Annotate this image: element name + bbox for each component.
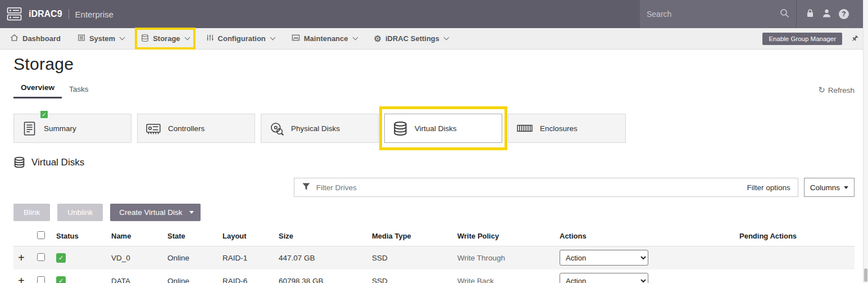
row-action-select[interactable]: Action (560, 273, 648, 283)
search-box[interactable] (640, 0, 796, 28)
column-header-actions: Actions (555, 226, 735, 246)
create-virtual-disk-button[interactable]: Create Virtual Disk (110, 204, 200, 221)
cell-pending-actions (735, 269, 855, 283)
storage-cards: Summary Controllers Physical Disks Virtu… (13, 114, 855, 143)
nav-item-dashboard[interactable]: Dashboard (10, 34, 61, 43)
tab-overview[interactable]: Overview (13, 79, 62, 98)
refresh-icon: ↻ (818, 85, 825, 95)
column-header-name: Name (107, 226, 163, 246)
scrollbar-thumb[interactable] (864, 268, 867, 282)
card-controllers[interactable]: Controllers (137, 114, 255, 143)
page-title: Storage (13, 55, 855, 74)
funnel-icon (302, 182, 311, 193)
chevron-down-icon (184, 35, 190, 41)
expand-row-icon[interactable]: + (18, 252, 25, 263)
column-header-layout: Layout (218, 226, 274, 246)
row-checkbox[interactable] (37, 253, 45, 261)
select-all-checkbox[interactable] (37, 231, 45, 239)
card-label: Controllers (168, 124, 204, 133)
cell-pending-actions (735, 246, 855, 269)
select-all-column-header (33, 226, 52, 246)
column-header-status: Status (52, 226, 107, 246)
brand-edition: Enterprise (75, 10, 113, 19)
lock-icon[interactable] (806, 8, 815, 20)
unblink-button[interactable]: Unblink (57, 204, 103, 221)
nav-label: System (89, 34, 115, 43)
nav-right: Enable Group Manager (762, 33, 859, 45)
table-header-row: Status Name State Layout Size Media Type… (13, 226, 855, 246)
table-row: + DATA Online RAID-6 60798.38 GB SSD Wri… (13, 269, 855, 283)
card-enclosures[interactable]: Enclosures (508, 114, 626, 143)
cell-layout: RAID-1 (218, 246, 274, 269)
card-summary[interactable]: Summary (13, 114, 131, 143)
cell-media-type: SSD (367, 246, 453, 269)
search-input[interactable] (647, 10, 775, 19)
nav-label: Maintenance (304, 34, 348, 43)
expander-column-header (13, 226, 33, 246)
row-action-select[interactable]: Action (560, 250, 648, 266)
virtual-disks-section-header: Virtual Disks (13, 156, 855, 168)
section-title: Virtual Disks (31, 157, 84, 168)
chevron-down-icon (120, 35, 125, 41)
main-navbar: Dashboard System Storage Configuration (0, 28, 868, 50)
filter-options-link[interactable]: Filter options (747, 183, 790, 192)
nav-item-storage[interactable]: Storage (141, 34, 189, 44)
pin-icon[interactable] (850, 34, 859, 43)
nav-item-system[interactable]: System (78, 34, 124, 43)
maintenance-icon (292, 34, 300, 43)
vd-toolbar: Blink Unblink Create Virtual Disk (13, 204, 855, 221)
header-icons: ? (796, 0, 868, 28)
virtual-disks-icon (13, 156, 25, 168)
refresh-label: Refresh (828, 86, 855, 95)
columns-label: Columns (810, 183, 840, 192)
cell-write-policy: Write Back (453, 269, 555, 283)
status-ok-icon (56, 276, 66, 283)
green-check-badge (40, 110, 48, 119)
system-icon (78, 34, 85, 43)
top-header: iDRAC9 Enterprise ? (0, 0, 868, 28)
cell-size: 60798.38 GB (274, 269, 367, 283)
blink-button[interactable]: Blink (13, 204, 50, 221)
tabs-row: Overview Tasks ↻ Refresh (13, 79, 855, 98)
filter-row: Filter options Columns (13, 178, 855, 197)
vertical-scrollbar[interactable] (863, 0, 868, 283)
tab-tasks[interactable]: Tasks (62, 81, 96, 98)
brand-divider (69, 9, 69, 19)
nav-label: iDRAC Settings (385, 34, 439, 43)
cell-name: DATA (107, 269, 163, 283)
cell-write-policy: Write Through (453, 246, 555, 269)
configuration-icon (206, 34, 214, 43)
search-icon[interactable] (780, 8, 789, 20)
column-header-state: State (163, 226, 218, 246)
row-checkbox[interactable] (37, 276, 45, 283)
cell-state: Online (163, 246, 218, 269)
nav-label: Configuration (218, 34, 266, 43)
filter-box: Filter options (294, 178, 798, 197)
column-header-pending-actions: Pending Actions (735, 226, 855, 246)
enable-group-manager-button[interactable]: Enable Group Manager (762, 33, 842, 45)
filter-drives-input[interactable] (316, 183, 742, 192)
nav-item-idrac-settings[interactable]: ⚙ iDRAC Settings (374, 34, 449, 43)
card-label: Summary (44, 124, 76, 133)
virtual-disks-table: Status Name State Layout Size Media Type… (13, 226, 855, 283)
brand-name: iDRAC9 (29, 9, 62, 19)
home-icon (10, 34, 19, 43)
status-ok-icon (56, 253, 66, 263)
table-row: + VD_0 Online RAID-1 447.07 GB SSD Write… (13, 246, 855, 269)
user-icon[interactable] (822, 8, 831, 20)
gear-icon: ⚙ (374, 34, 381, 43)
page-content: Storage Overview Tasks ↻ Refresh Summary… (0, 55, 868, 283)
expand-row-icon[interactable]: + (18, 275, 25, 283)
help-icon[interactable]: ? (839, 9, 849, 19)
refresh-button[interactable]: ↻ Refresh (818, 85, 855, 98)
nav-item-configuration[interactable]: Configuration (206, 34, 275, 43)
cell-name: VD_0 (107, 246, 163, 269)
nav-item-maintenance[interactable]: Maintenance (292, 34, 357, 43)
columns-button[interactable]: Columns (804, 178, 855, 197)
idrac-logo-icon (7, 7, 24, 21)
card-virtual-disks[interactable]: Virtual Disks (384, 114, 502, 143)
card-physical-disks[interactable]: Physical Disks (261, 114, 379, 143)
caret-down-icon (189, 211, 194, 214)
nav-label: Dashboard (22, 34, 61, 43)
card-label: Virtual Disks (415, 124, 457, 133)
